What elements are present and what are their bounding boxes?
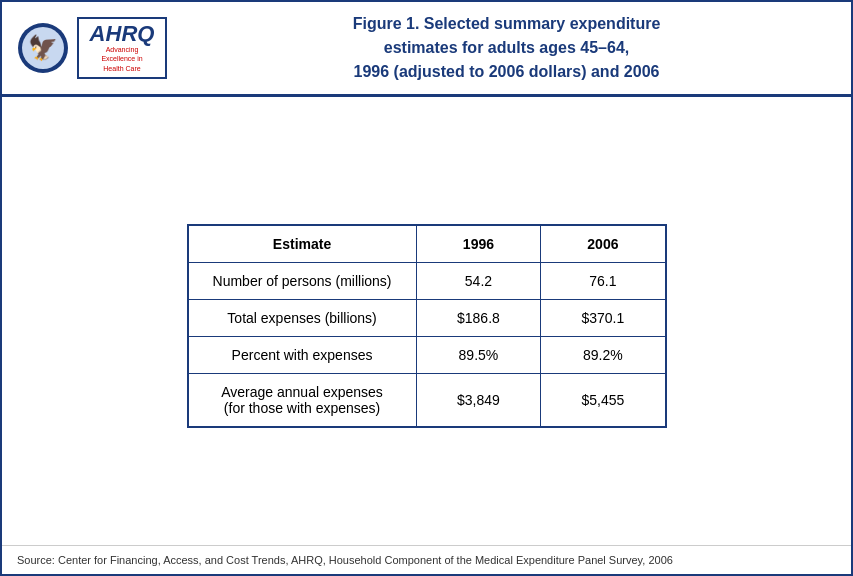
row3-label: Percent with expenses [188,337,417,374]
row1-label: Number of persons (millions) [188,263,417,300]
table-row: Total expenses (billions) $186.8 $370.1 [188,300,666,337]
page-container: 🦅 AHRQ Advancing Excellence in Health Ca… [0,0,853,576]
footer: Source: Center for Financing, Access, an… [2,545,851,574]
source-text: Source: Center for Financing, Access, an… [17,554,673,566]
table-header-row: Estimate 1996 2006 [188,225,666,263]
figure-title: Figure 1. Selected summary expenditure e… [177,12,836,84]
row2-label: Total expenses (billions) [188,300,417,337]
table-row: Number of persons (millions) 54.2 76.1 [188,263,666,300]
row1-2006: 76.1 [541,263,666,300]
ahrq-subtitle: Advancing Excellence in Health Care [101,45,142,72]
table-row: Average annual expenses (for those with … [188,374,666,428]
row2-1996: $186.8 [416,300,541,337]
ahrq-logo-box: AHRQ Advancing Excellence in Health Care [77,17,167,78]
row1-1996: 54.2 [416,263,541,300]
row4-2006: $5,455 [541,374,666,428]
svg-text:🦅: 🦅 [28,33,58,62]
ahrq-label: AHRQ [90,23,155,45]
table-row: Percent with expenses 89.5% 89.2% [188,337,666,374]
summary-table: Estimate 1996 2006 Number of persons (mi… [187,224,667,428]
col-header-2006: 2006 [541,225,666,263]
main-content: Estimate 1996 2006 Number of persons (mi… [2,97,851,545]
hhs-logo-icon: 🦅 [17,20,69,76]
header: 🦅 AHRQ Advancing Excellence in Health Ca… [2,2,851,97]
col-header-estimate: Estimate [188,225,417,263]
row2-2006: $370.1 [541,300,666,337]
row4-1996: $3,849 [416,374,541,428]
row3-2006: 89.2% [541,337,666,374]
col-header-1996: 1996 [416,225,541,263]
row4-label: Average annual expenses (for those with … [188,374,417,428]
logo-area: 🦅 AHRQ Advancing Excellence in Health Ca… [17,17,177,78]
row3-1996: 89.5% [416,337,541,374]
